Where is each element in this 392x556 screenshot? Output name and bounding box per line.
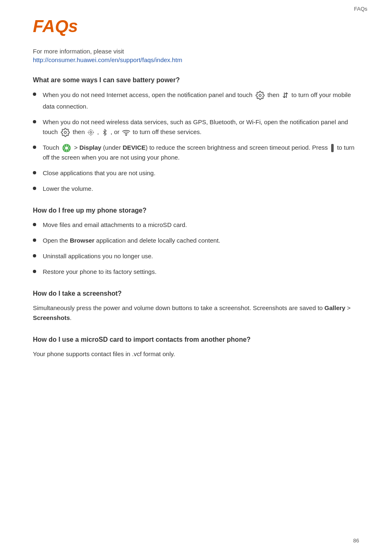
settings-icon [256,91,265,100]
storage-3: Uninstall applications you no longer use… [43,251,359,261]
storage-4: Restore your phone to its factory settin… [43,267,359,277]
section-microsd: How do I use a microSD card to import co… [33,336,359,359]
page-label-top: FAQs [354,6,367,12]
battery-list: When you do not need Internet access, op… [33,90,359,194]
list-item: When you do not need Internet access, op… [33,90,359,111]
bullet-dot [33,93,36,96]
storage-2: Open the Browser application and delete … [43,236,359,246]
bullet-dot [33,254,36,257]
bullet-dot [33,146,36,149]
section-battery: What are some ways I can save battery po… [33,76,359,194]
list-item: Close applications that you are not usin… [33,168,359,178]
bluetooth-icon [101,129,108,136]
list-item: Uninstall applications you no longer use… [33,251,359,261]
list-item: Lower the volume. [33,184,359,194]
bullet-3-content: Touch > Display (under DEVI [43,143,359,162]
svg-point-3 [88,130,93,135]
svg-point-0 [259,95,261,97]
svg-point-1 [64,131,67,134]
bullet-4-content: Close applications that you are not usin… [43,168,359,178]
section-battery-title: What are some ways I can save battery po… [33,76,359,84]
list-item: Move files and email attachments to a mi… [33,220,359,230]
svg-point-4 [126,134,127,135]
bold-screenshots: Screenshots [33,314,70,321]
bullet-dot [33,171,36,174]
bold-gallery: Gallery [325,304,346,311]
page-number: 86 [353,537,359,544]
svg-point-2 [90,132,92,134]
bullet-dot [33,223,36,226]
screenshot-paragraph: Simultaneously press the power and volum… [33,303,359,323]
bullet-dot [33,187,36,190]
list-item: Restore your phone to its factory settin… [33,267,359,277]
section-screenshot: How do I take a screenshot? Simultaneous… [33,290,359,323]
intro-link[interactable]: http://consumer.huawei.com/en/support/fa… [33,56,182,63]
microsd-paragraph: Your phone supports contact files in .vc… [33,349,359,359]
bold-browser: Browser [70,237,95,244]
list-item: Open the Browser application and delete … [33,236,359,246]
section-storage-title: How do I free up my phone storage? [33,207,359,214]
bullet-5-content: Lower the volume. [43,184,359,194]
list-item: Touch > Display (under DEVI [33,143,359,162]
bullet-2-content: When you do not need wireless data servi… [43,117,359,137]
bold-device: DEVICE [122,144,145,151]
page-title: FAQs [33,16,359,36]
bullet-1-content: When you do not need Internet access, op… [43,90,359,111]
bullet-dot [33,239,36,242]
gps-icon [87,129,95,136]
settings-icon [61,128,70,137]
section-microsd-title: How do I use a microSD card to import co… [33,336,359,343]
storage-list: Move files and email attachments to a mi… [33,220,359,277]
storage-1: Move files and email attachments to a mi… [43,220,359,230]
bold-display: Display [79,144,101,151]
data-icon: ⇵ [282,90,288,102]
bullet-dot [33,270,36,273]
svg-point-6 [65,146,68,149]
display-icon [62,144,71,153]
intro-text: For more information, please visit [33,48,359,55]
power-button-icon [331,144,334,152]
section-screenshot-title: How do I take a screenshot? [33,290,359,297]
bullet-dot [33,120,36,123]
wifi-icon [122,129,130,136]
list-item: When you do not need wireless data servi… [33,117,359,137]
section-storage: How do I free up my phone storage? Move … [33,207,359,277]
